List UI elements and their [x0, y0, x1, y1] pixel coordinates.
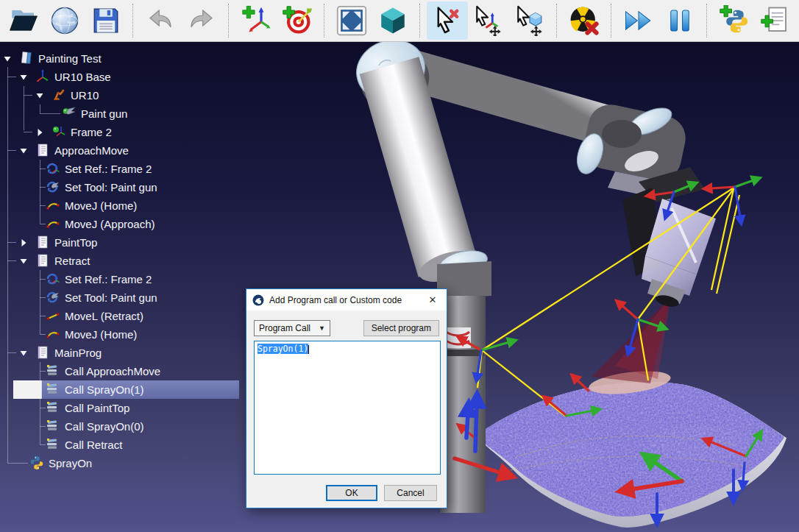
movel-icon — [46, 308, 60, 323]
dialog-title: Add Program call or Custom code — [269, 295, 419, 305]
program-icon — [35, 345, 50, 360]
toolbar-separator — [611, 4, 612, 38]
redo-icon — [186, 5, 217, 36]
add-program-icon — [760, 5, 791, 36]
open-online-library-button[interactable] — [44, 1, 85, 40]
add-program-button[interactable] — [755, 1, 796, 40]
tree-item-ur10-base[interactable]: UR10 Base — [0, 68, 244, 86]
caret-down-icon[interactable] — [19, 73, 28, 82]
fit-view-button[interactable] — [331, 1, 372, 40]
toolbar-separator — [556, 4, 558, 38]
instruction-type-value: Program Call — [259, 323, 310, 333]
tree-item-painting-test[interactable]: Painting Test — [0, 49, 244, 68]
toolbar-separator — [324, 4, 325, 38]
ok-button[interactable]: OK — [326, 485, 377, 501]
move-object-button[interactable] — [509, 1, 550, 40]
caret-down-icon[interactable] — [19, 257, 28, 266]
tree-item-label: Call Retract — [65, 436, 122, 454]
undo-button[interactable] — [140, 1, 181, 40]
tree-item-movej-home[interactable]: MoveJ (Home) — [0, 196, 244, 215]
movej-icon — [46, 198, 60, 213]
move-reference-button[interactable] — [468, 1, 509, 40]
tree-item-sprayon[interactable]: SprayOn — [0, 454, 244, 472]
movej-icon — [46, 216, 60, 231]
redo-button[interactable] — [181, 1, 222, 40]
tree-item-label: Call PaintTop — [65, 399, 129, 417]
tree-item-label: Call SprayOn(0) — [65, 417, 144, 436]
tree-item-mainprog[interactable]: MainProg — [0, 344, 244, 362]
tree-item-approachmove[interactable]: ApproachMove — [0, 141, 244, 160]
tree-item-painttop[interactable]: PaintTop — [0, 233, 244, 252]
caret-right-icon[interactable] — [35, 128, 44, 137]
program-call-icon — [46, 400, 60, 415]
tree-item-call-painttop[interactable]: Call PaintTop — [0, 399, 244, 417]
save-station-button[interactable] — [85, 1, 127, 40]
tree-item-label: Painting Test — [38, 49, 102, 68]
caret-down-icon[interactable] — [35, 91, 44, 100]
move-object-cursor-icon — [514, 5, 545, 36]
tree-item-label: MoveJ (Approach) — [65, 215, 155, 233]
save-icon — [90, 5, 121, 36]
tree-item-label: ApproachMove — [54, 141, 129, 160]
select-cursor-icon — [432, 5, 463, 36]
tree-item-label: Call SprayOn(1) — [65, 380, 144, 399]
tree-item-label: UR10 — [71, 86, 99, 104]
open-file-button[interactable] — [3, 1, 44, 40]
undo-icon — [145, 5, 176, 36]
pause-simulation-button[interactable] — [659, 1, 700, 40]
instruction-type-select[interactable]: Program Call ▼ — [254, 320, 330, 336]
caret-down-icon[interactable] — [3, 54, 12, 63]
show-3d-view-button[interactable] — [372, 1, 413, 40]
caret-down-icon[interactable] — [19, 349, 28, 358]
reference-frame-icon — [35, 69, 50, 84]
cancel-button[interactable]: Cancel — [384, 485, 437, 501]
tree-item-frame-2[interactable]: Frame 2 — [0, 123, 244, 141]
tree-item-label: MainProg — [54, 344, 102, 362]
close-icon[interactable]: ✕ — [425, 294, 441, 305]
tree-item-call-approachmove[interactable]: Call ApproachMove — [0, 362, 244, 380]
tree-item-set-tool-paint-gun[interactable]: Set Tool: Paint gun — [0, 178, 244, 196]
tree-item-movej-approach[interactable]: MoveJ (Approach) — [0, 215, 244, 233]
caret-down-icon[interactable] — [19, 146, 28, 155]
tree-item-retract[interactable]: Retract — [0, 252, 244, 270]
main-toolbar — [0, 0, 799, 42]
tree-item-call-sprayon-1[interactable]: Call SprayOn(1) — [0, 380, 244, 399]
set-tool-icon — [46, 180, 60, 194]
tree-item-set-tool-paint-gun[interactable]: Set Tool: Paint gun — [0, 288, 244, 307]
tree-item-call-sprayon-0[interactable]: Call SprayOn(0) — [0, 417, 244, 436]
tree-item-label: Paint gun — [81, 104, 127, 123]
caret-right-icon[interactable] — [19, 238, 28, 247]
tree-item-label: Set Tool: Paint gun — [65, 288, 157, 307]
select-program-button[interactable]: Select program — [363, 320, 439, 336]
dialog-titlebar[interactable]: Add Program call or Custom code ✕ — [246, 289, 447, 311]
tree-item-paint-gun[interactable]: Paint gun — [0, 104, 244, 123]
tree-item-label: MoveL (Retract) — [65, 307, 143, 325]
program-call-icon — [46, 419, 60, 433]
tree-item-set-ref-frame-2[interactable]: Set Ref.: Frame 2 — [0, 160, 244, 178]
paint-surface[interactable] — [478, 367, 786, 528]
program-call-icon — [46, 363, 60, 378]
pause-icon — [664, 5, 695, 36]
code-editor[interactable]: SprayOn(1) — [254, 341, 441, 475]
add-target-button[interactable] — [277, 1, 318, 40]
fast-forward-icon — [623, 5, 654, 36]
set-ref-icon — [46, 272, 60, 286]
tree-item-movej-home[interactable]: MoveJ (Home) — [0, 325, 244, 344]
collision-check-button[interactable] — [564, 1, 605, 40]
add-frame-icon — [241, 5, 271, 36]
toolbar-separator — [706, 4, 708, 38]
add-python-program-button[interactable] — [714, 1, 755, 40]
add-python-icon — [719, 5, 750, 36]
tree-item-movel-retract[interactable]: MoveL (Retract) — [0, 307, 244, 325]
select-mode-button[interactable] — [427, 1, 468, 40]
station-tree: Painting TestUR10 BaseUR10Paint gunFrame… — [0, 42, 244, 520]
tree-item-label: Set Tool: Paint gun — [65, 178, 157, 196]
tree-item-ur10[interactable]: UR10 — [0, 86, 244, 104]
fast-simulation-button[interactable] — [618, 1, 659, 40]
tree-item-set-ref-frame-2[interactable]: Set Ref.: Frame 2 — [0, 270, 244, 288]
collision-off-icon — [569, 5, 600, 36]
move-reference-cursor-icon — [473, 5, 504, 36]
fit-view-icon — [336, 5, 367, 36]
tree-item-call-retract[interactable]: Call Retract — [0, 436, 244, 454]
add-reference-frame-button[interactable] — [235, 1, 277, 40]
